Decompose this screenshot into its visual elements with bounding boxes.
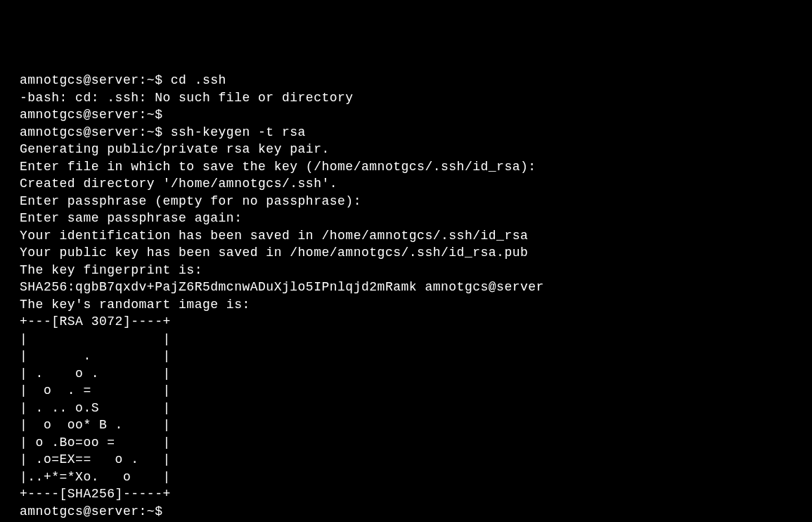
terminal-line: Created directory '/home/amnotgcs/.ssh'. bbox=[20, 175, 792, 193]
terminal-line: +---[RSA 3072]----+ bbox=[20, 313, 792, 331]
terminal-line: Enter passphrase (empty for no passphras… bbox=[20, 193, 792, 210]
terminal-line: | | bbox=[20, 331, 792, 348]
terminal-line: SHA256:qgbB7qxdv+PajZ6R5dmcnwADuXjlo5IPn… bbox=[20, 279, 792, 296]
terminal-line: | o . = | bbox=[20, 382, 792, 400]
terminal-line: The key fingerprint is: bbox=[20, 262, 792, 279]
terminal-line: | .o=EX== o . | bbox=[20, 451, 792, 469]
terminal-line: | . .. o.S | bbox=[20, 400, 792, 417]
terminal-line: | o .Bo=oo = | bbox=[20, 434, 792, 452]
terminal-line: amnotgcs@server:~$ bbox=[20, 106, 792, 124]
terminal-output[interactable]: amnotgcs@server:~$ cd .ssh-bash: cd: .ss… bbox=[20, 72, 792, 522]
terminal-line: amnotgcs@server:~$ ssh-keygen -t rsa bbox=[20, 124, 792, 141]
terminal-line: | . o . | bbox=[20, 365, 792, 383]
terminal-line: -bash: cd: .ssh: No such file or directo… bbox=[20, 89, 792, 107]
terminal-line: Your public key has been saved in /home/… bbox=[20, 244, 792, 262]
terminal-line: +----[SHA256]-----+ bbox=[20, 485, 792, 503]
terminal-line: | o oo* B . | bbox=[20, 416, 792, 434]
terminal-line: Your identification has been saved in /h… bbox=[20, 227, 792, 245]
terminal-line: Enter file in which to save the key (/ho… bbox=[20, 158, 792, 176]
terminal-line: | . | bbox=[20, 348, 792, 365]
terminal-line: Enter same passphrase again: bbox=[20, 210, 792, 227]
terminal-line: Generating public/private rsa key pair. bbox=[20, 141, 792, 158]
terminal-line: amnotgcs@server:~$ bbox=[20, 503, 792, 521]
terminal-line: amnotgcs@server:~$ cd .ssh bbox=[20, 72, 792, 89]
terminal-line: |..+*=*Xo. o | bbox=[20, 469, 792, 486]
terminal-line: The key's randomart image is: bbox=[20, 296, 792, 314]
